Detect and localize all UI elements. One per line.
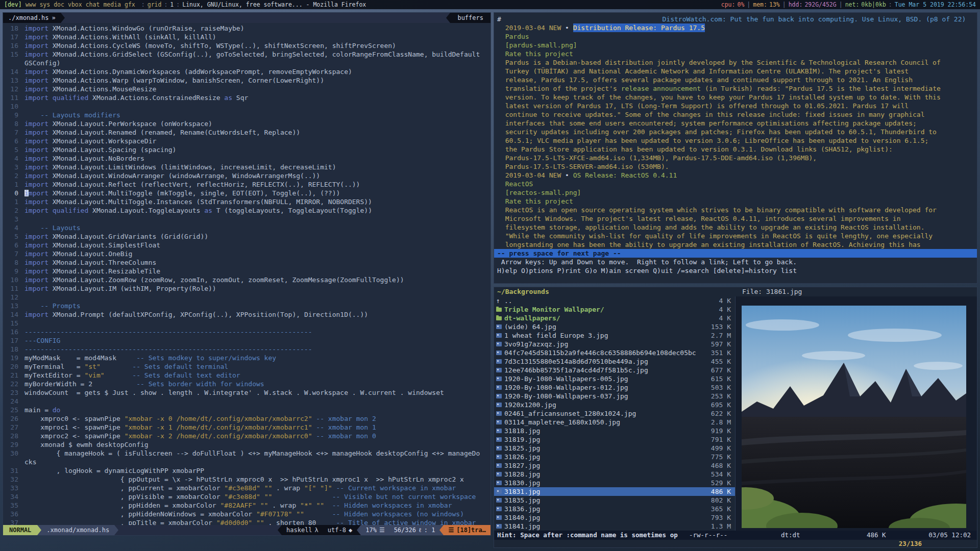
code-line[interactable]: 8import XMonad.Layout.ThreeColumns <box>3 258 491 267</box>
code-line[interactable]: 0import XMonad.Layout.MultiToggle (mkTog… <box>3 189 491 197</box>
file-row[interactable]: dt-wallpapers/4 K <box>494 314 735 322</box>
file-row[interactable]: 31840.jpg793 K <box>494 513 735 522</box>
code-line[interactable]: 25main = do <box>3 406 491 414</box>
file-row[interactable]: 31818.jpg919 K <box>494 427 735 435</box>
file-row[interactable]: 31827.jpg468 K <box>494 461 735 470</box>
file-row[interactable]: 7d3c13155880e514a8d6d70510be449a.jpg455 … <box>494 357 735 366</box>
code-line[interactable]: cks <box>3 458 491 466</box>
code-line[interactable]: 28 xmproc2 <- spawnPipe "xmobar -x 2 /ho… <box>3 432 491 440</box>
link[interactable]: [reactos-small.png] <box>497 188 581 197</box>
file-row[interactable]: ↑..4 K <box>494 296 735 305</box>
code-line[interactable]: 7import XMonad.Layout.OneBig <box>3 249 491 258</box>
code-line[interactable]: 14import XMonad.Actions.DynamicWorkspace… <box>3 67 491 76</box>
file-row[interactable]: 3vo91g7azxqz.jpg597 K <box>494 340 735 348</box>
file-row[interactable]: 03114_mapletree_1680x1050.jpg2.8 M <box>494 418 735 427</box>
link[interactable]: ReactOS <box>497 180 533 188</box>
code-line[interactable]: 10 <box>3 102 491 111</box>
code-line[interactable]: 6import XMonad.Layout.WorkspaceDir <box>3 137 491 145</box>
code-line[interactable]: 13 -- Prompts <box>3 302 491 310</box>
file-row[interactable]: Triple Monitor Wallpaper/4 K <box>494 305 735 314</box>
code-line[interactable]: 36 , ppHiddenNoWindows = xmobarColor "#F… <box>3 510 491 518</box>
workspace-www[interactable]: www <box>26 1 36 8</box>
code-line[interactable]: 35 , ppHidden = xmobarColor "#82AAFF" ""… <box>3 501 491 510</box>
code-line[interactable]: 7import XMonad.Layout.Renamed (renamed, … <box>3 128 491 137</box>
file-row[interactable]: 1920-By-1080-Wallpapers-005.jpg615 K <box>494 374 735 383</box>
code-line[interactable]: GSConfig) <box>3 59 491 67</box>
code-line[interactable]: 22myBorderWidth = 2 -- Sets border width… <box>3 380 491 388</box>
file-row[interactable]: 31830.jpg529 K <box>494 479 735 487</box>
file-row[interactable]: 31841.jpg1.3 M <box>494 522 735 531</box>
workspace-vbox[interactable]: vbox <box>68 1 82 8</box>
code-line[interactable]: 11import XMonad.Layout.IM (withIM, Prope… <box>3 284 491 293</box>
link[interactable]: release announcement <box>621 84 701 93</box>
code-line[interactable]: 37 , ppTitle = xmobarColor "#d0d0d0" "" … <box>3 518 491 525</box>
code-line[interactable]: 2import XMonad.Layout.WindowArranger (wi… <box>3 171 491 180</box>
file-row[interactable]: 1920-By-1080-Wallpapers-012.jpg503 K <box>494 383 735 392</box>
layout-indicator[interactable]: grid <box>148 1 162 8</box>
code-line[interactable]: 16import XMonad.Actions.CycleWS (moveTo,… <box>3 41 491 50</box>
workspace-gfx[interactable]: gfx <box>125 1 135 8</box>
code-line[interactable]: 4import XMonad.Layout.NoBorders <box>3 154 491 163</box>
workspace-sys[interactable]: sys <box>39 1 50 8</box>
file-row[interactable]: 02461_africansunset_1280x1024.jpg622 K <box>494 409 735 418</box>
file-row[interactable]: 12ee746bb85735f1a7a4cd4d7f581b5c.jpg677 … <box>494 366 735 374</box>
code-line[interactable]: 17---CONFIG <box>3 336 491 345</box>
code-line[interactable]: 12 <box>3 293 491 302</box>
file-row[interactable]: 31835.jpg802 K <box>494 496 735 505</box>
file-row[interactable]: 1920x1200.jpg695 K <box>494 400 735 409</box>
code-line[interactable]: 5import XMonad.Layout.GridVariants (Grid… <box>3 232 491 241</box>
code-line[interactable]: 12import XMonad.Actions.MouseResize <box>3 85 491 93</box>
code-line[interactable]: 30 { manageHook = ( isFullscreen --> doF… <box>3 449 491 458</box>
file-row[interactable]: (wide) 64.jpg153 K <box>494 322 735 331</box>
file-row[interactable]: 31831.jpg486 K <box>494 487 735 496</box>
workspace-current[interactable]: [dev] <box>4 1 22 8</box>
tab-xmonad-hs[interactable]: ./xmonad.hs » <box>3 13 61 23</box>
code-line[interactable]: 4 -- Layouts <box>3 223 491 232</box>
code-line[interactable]: 2import qualified XMonad.Layout.ToggleLa… <box>3 206 491 215</box>
code-line[interactable]: 14import XMonad.Prompt (defaultXPConfig,… <box>3 310 491 319</box>
link[interactable]: OS Release: ReactOS 0.4.11 <box>573 171 677 180</box>
code-line[interactable]: 18import XMonad.Actions.WindowGo (runOrR… <box>3 24 491 33</box>
workspace-doc[interactable]: doc <box>54 1 64 8</box>
workspace-chat[interactable]: chat <box>86 1 100 8</box>
buffers-label[interactable]: buffers <box>450 13 491 23</box>
code-line[interactable]: 3import XMonad.Layout.LimitWindows (limi… <box>3 163 491 171</box>
code-line[interactable]: 33 , ppCurrent = xmobarColor "#c3e88d" "… <box>3 484 491 492</box>
code-line[interactable]: 5import XMonad.Layout.Spacing (spacing) <box>3 145 491 154</box>
code-line[interactable]: 29 xmonad $ ewmh desktopConfig <box>3 440 491 449</box>
code-line[interactable]: 32 { ppOutput = \x -> hPutStrLn xmproc0 … <box>3 475 491 484</box>
link[interactable]: Distribution Release: Pardus 17.5 <box>573 23 705 32</box>
code-line[interactable]: 21myTextEditor = "vim" -- Sets default t… <box>3 371 491 380</box>
code-line[interactable]: 9import XMonad.Layout.ResizableTile <box>3 267 491 276</box>
code-line[interactable]: 19myModMask = mod4Mask -- Sets modkey to… <box>3 354 491 362</box>
file-row[interactable]: 31836.jpg365 K <box>494 505 735 513</box>
code-line[interactable]: 11import qualified XMonad.Actions.Constr… <box>3 93 491 102</box>
link[interactable]: Rate this project <box>497 49 573 58</box>
file-row[interactable]: 31828.jpg534 K <box>494 470 735 479</box>
current-directory[interactable]: ~/Backgrounds <box>497 287 549 296</box>
code-line[interactable]: 34 , ppVisible = xmobarColor "#c3e88d" "… <box>3 492 491 501</box>
code-line[interactable]: 13import XMonad.Actions.Warp (warpToWind… <box>3 76 491 85</box>
file-row[interactable]: 31825.jpg499 K <box>494 444 735 453</box>
file-row[interactable]: 31819.jpg791 K <box>494 435 735 444</box>
code-line[interactable]: 18--------------------------------------… <box>3 345 491 354</box>
workspace-media[interactable]: media <box>103 1 121 8</box>
code-line[interactable]: 27 xmproc1 <- spawnPipe "xmobar -x 1 /ho… <box>3 423 491 432</box>
file-row[interactable]: 1920-By-1080-Wallpapers-037.jpg253 K <box>494 392 735 400</box>
code-line[interactable]: 15import XMonad.Actions.GridSelect (GSCo… <box>3 50 491 59</box>
code-line[interactable]: 26 xmproc0 <- spawnPipe "xmobar -x 0 /ho… <box>3 414 491 423</box>
file-row[interactable]: 31826.jpg775 K <box>494 453 735 461</box>
code-line[interactable]: 17import XMonad.Actions.WithAll (sinkAll… <box>3 33 491 41</box>
code-line[interactable]: 24 <box>3 397 491 406</box>
file-row[interactable]: 04fc7e45d58115b2a9fe446c8c6358886b694e10… <box>494 348 735 357</box>
code-line[interactable]: 20myTerminal = "st" -- Sets default term… <box>3 362 491 371</box>
code-line[interactable]: 10import XMonad.Layout.ZoomRow (zoomRow,… <box>3 276 491 284</box>
code-line[interactable]: 3 <box>3 215 491 223</box>
link[interactable]: Rate this project <box>497 197 573 206</box>
code-line[interactable]: 1import XMonad.Layout.MultiToggle.Instan… <box>3 197 491 206</box>
code-line[interactable]: 1import XMonad.Layout.Reflect (reflectVe… <box>3 180 491 189</box>
code-line[interactable]: 6import XMonad.Layout.SimplestFloat <box>3 241 491 249</box>
code-line[interactable]: 8import XMonad.Layout.PerWorkspace (onWo… <box>3 119 491 128</box>
link[interactable]: Pardus <box>497 32 529 41</box>
code-line[interactable]: 16--------------------------------------… <box>3 328 491 336</box>
